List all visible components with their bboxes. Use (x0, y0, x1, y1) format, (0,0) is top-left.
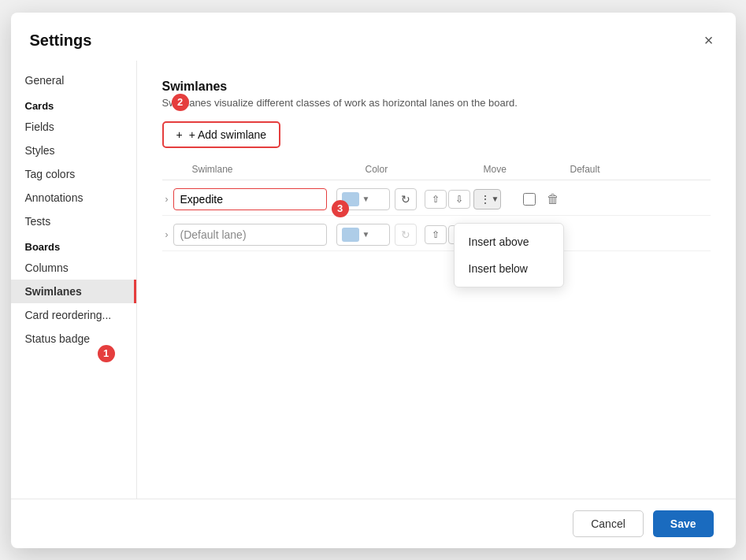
sidebar-section-boards: Boards (11, 233, 136, 256)
sidebar-item-tag-colors[interactable]: Tag colors (11, 162, 136, 186)
chevron-down-icon: ▼ (362, 230, 370, 239)
col-header-color: Color (366, 164, 452, 175)
col-header-move: Move (452, 164, 562, 175)
move-up-button-default[interactable]: ⇧ (425, 225, 447, 244)
col-header-swimlane: Swimlane (192, 164, 366, 175)
sidebar-item-status-badge[interactable]: Status badge (11, 327, 136, 350)
delete-button-expedite[interactable]: 🗑 (547, 192, 559, 206)
insert-above-item[interactable]: Insert above (455, 228, 563, 255)
swimlane-row-default: › ▼ ↻ ⇧ ⇩ ⋮ ▼ ✓ (162, 219, 711, 251)
sidebar-item-card-reordering[interactable]: Card reordering... (11, 303, 136, 327)
sidebar: General Cards Fields Styles Tag colors A… (11, 61, 137, 499)
dialog-body: General Cards Fields Styles Tag colors A… (11, 61, 736, 499)
insert-dropdown-menu: Insert above Insert below (454, 223, 564, 287)
dialog-title: Settings (30, 32, 92, 50)
refresh-button-expedite[interactable]: ↻ (395, 188, 417, 210)
sidebar-item-columns[interactable]: Columns (11, 256, 136, 280)
badge-1: 1 (98, 345, 115, 362)
sidebar-item-annotations[interactable]: Annotations (11, 186, 136, 210)
section-title: Swimlanes (162, 80, 711, 94)
add-swimlane-label: + Add swimlane (189, 128, 266, 141)
close-button[interactable]: × (701, 28, 717, 53)
badge-3: 3 (332, 200, 349, 217)
cancel-button[interactable]: Cancel (573, 510, 644, 537)
default-checkbox-expedite[interactable] (523, 193, 536, 206)
main-content: Swimlanes Swimlanes visualize different … (137, 61, 736, 499)
color-swatch-default (342, 228, 359, 242)
dialog-header: Settings × (11, 13, 736, 61)
column-headers: Swimlane Color Move Default (162, 164, 711, 180)
swimlane-name-input-default[interactable] (173, 224, 327, 246)
chevron-down-icon: ▼ (362, 195, 370, 203)
dialog-footer: Cancel Save (11, 499, 736, 548)
move-up-button-expedite[interactable]: ⇧ (425, 190, 447, 209)
sidebar-item-general[interactable]: General (11, 69, 136, 92)
move-down-button-expedite[interactable]: ⇩ (448, 190, 470, 209)
plus-icon: + (176, 128, 183, 141)
section-desc: Swimlanes visualize different classes of… (162, 97, 711, 109)
refresh-button-default[interactable]: ↻ (395, 224, 417, 246)
add-swimlane-button[interactable]: + + Add swimlane (162, 121, 281, 148)
swimlane-row-expedite: › ▼ ↻ ⇧ ⇩ ⋮ ▼ 🗑 Inser (162, 184, 711, 216)
dots-icon: ⋮ (480, 193, 492, 206)
more-options-button-expedite[interactable]: ⋮ ▼ (473, 189, 502, 210)
save-button[interactable]: Save (653, 510, 714, 537)
chevron-down-icon: ▼ (492, 195, 499, 203)
settings-dialog: Settings × General Cards Fields Styles T… (11, 13, 736, 548)
expand-icon-expedite[interactable]: › (165, 194, 169, 205)
sidebar-item-fields[interactable]: Fields (11, 115, 136, 139)
color-select-default[interactable]: ▼ (336, 224, 390, 246)
sidebar-item-styles[interactable]: Styles (11, 139, 136, 162)
sidebar-section-cards: Cards (11, 92, 136, 115)
swimlane-name-input-expedite[interactable] (173, 188, 327, 210)
sidebar-item-tests[interactable]: Tests (11, 210, 136, 233)
insert-below-item[interactable]: Insert below (455, 255, 563, 282)
col-header-default: Default (562, 164, 625, 175)
sidebar-item-swimlanes[interactable]: Swimlanes (11, 280, 136, 303)
badge-2: 2 (172, 94, 189, 111)
expand-icon-default[interactable]: › (165, 229, 169, 240)
move-buttons-expedite: ⇧ ⇩ (425, 190, 470, 209)
